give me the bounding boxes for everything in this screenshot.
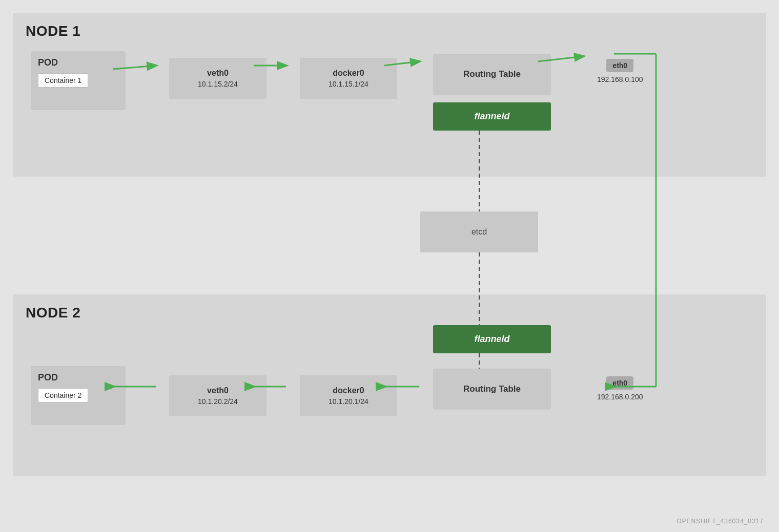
- eth0-node2: eth0 192.168.0.200: [597, 376, 643, 401]
- docker0-node1: docker0 10.1.15.1/24: [300, 58, 397, 99]
- veth0-node1: veth0 10.1.15.2/24: [169, 58, 266, 99]
- container1-box: Container 1: [38, 73, 88, 88]
- routing-table-node1: Routing Table: [433, 54, 551, 95]
- node2-box: NODE 2 flanneld POD Container 2 veth0 10…: [13, 294, 766, 476]
- watermark: OPENSHIFT_436034_0317: [676, 518, 764, 525]
- eth0-node1: eth0 192.168.0.100: [597, 59, 643, 83]
- node1-label: NODE 1: [26, 23, 753, 39]
- node1-box: NODE 1 POD Container 1 veth0 10.1.15.2/2…: [13, 13, 766, 177]
- container2-box: Container 2: [38, 388, 88, 402]
- middle-area: etcd: [0, 177, 779, 294]
- flanneld-node1: flanneld: [433, 102, 551, 131]
- routing-table-node2: Routing Table: [433, 369, 551, 410]
- pod2-label: POD: [38, 372, 118, 383]
- pod1-label: POD: [38, 57, 118, 68]
- docker0-node2: docker0 10.1.20.1/24: [300, 375, 397, 416]
- flanneld-node2: flanneld: [433, 325, 551, 353]
- etcd-box: etcd: [420, 211, 538, 252]
- pod2-box: POD Container 2: [31, 366, 126, 425]
- veth0-node2: veth0 10.1.20.2/24: [169, 375, 266, 416]
- node2-label: NODE 2: [26, 305, 753, 321]
- pod1-box: POD Container 1: [31, 51, 126, 110]
